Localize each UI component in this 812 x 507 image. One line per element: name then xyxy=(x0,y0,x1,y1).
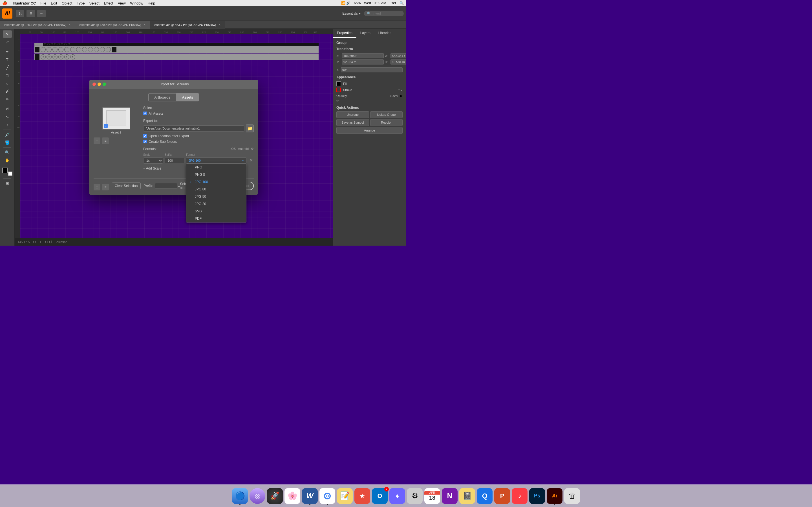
prefix-input[interactable] xyxy=(155,183,177,189)
remove-format-btn[interactable]: ✕ xyxy=(248,158,254,163)
quick-actions-grid-3: Arrange xyxy=(336,127,403,134)
list-view-btn-footer[interactable]: ≡ xyxy=(102,184,109,190)
menu-view[interactable]: View xyxy=(118,1,126,5)
stroke-swatch[interactable] xyxy=(336,88,341,92)
create-subfolders-checkbox[interactable] xyxy=(143,140,147,144)
modal-tab-assets[interactable]: Assets xyxy=(176,93,199,101)
arrange-btn[interactable]: Arrange xyxy=(336,127,403,134)
menu-select[interactable]: Select xyxy=(89,1,99,5)
tool-scale[interactable]: ⤡ xyxy=(3,113,12,121)
modal-minimize-btn[interactable] xyxy=(98,82,101,86)
background-color[interactable] xyxy=(8,172,12,176)
x-label: X: xyxy=(336,54,341,57)
menu-object[interactable]: Object xyxy=(62,1,72,5)
export-to-label: Export to: xyxy=(143,119,254,123)
tool-brush[interactable]: 🖌 xyxy=(3,88,12,95)
scale-select[interactable]: 1x 2x 3x xyxy=(143,158,163,164)
format-option-jpg100[interactable]: ✓ JPG 100 xyxy=(186,178,246,186)
all-assets-checkbox[interactable] xyxy=(143,112,147,115)
modal-close-btn[interactable] xyxy=(93,82,96,86)
tool-rect[interactable]: □ xyxy=(3,72,12,79)
open-location-checkbox[interactable] xyxy=(143,134,147,138)
tool-artboard[interactable]: ⊞ xyxy=(3,180,12,187)
tool-select[interactable]: ↖ xyxy=(3,31,12,38)
tab-layers[interactable]: Layers xyxy=(356,29,374,38)
menu-effect[interactable]: Effect xyxy=(104,1,113,5)
opacity-row: Opacity 100% ▶ xyxy=(336,94,403,98)
tab-close-1[interactable]: ✕ xyxy=(68,23,71,26)
format-option-svg[interactable]: SVG xyxy=(186,208,246,215)
app-name[interactable]: Illustrator CC xyxy=(13,1,36,5)
search-icon[interactable]: 🔍 xyxy=(400,1,404,5)
format-option-jpg50[interactable]: JPG 50 xyxy=(186,193,246,200)
foreground-color[interactable] xyxy=(2,168,8,173)
list-view-btn[interactable]: ≡ xyxy=(102,137,109,144)
grid-view-btn-footer[interactable]: ⊞ xyxy=(94,184,100,190)
tool-pencil[interactable]: ✏ xyxy=(3,96,12,103)
format-option-jpg80[interactable]: JPG 80 xyxy=(186,186,246,193)
doc-tab-1[interactable]: laserfilm.ai* @ 145.17% (RGB/GPU Preview… xyxy=(0,21,75,29)
format-option-jpg20[interactable]: JPG 20 xyxy=(186,200,246,208)
save-as-symbol-btn[interactable]: Save as Symbol xyxy=(336,119,369,126)
toolbar-search[interactable]: 🔍 xyxy=(364,11,404,16)
doc-tab-2[interactable]: laserfilm.ai* @ 138.47% (RGB/GPU Preview… xyxy=(75,21,150,29)
x-input[interactable] xyxy=(342,53,384,58)
menu-edit[interactable]: Edit xyxy=(51,1,57,5)
settings-icon[interactable]: ⚙ xyxy=(251,147,254,151)
format-select-btn[interactable]: JPG 100 ▾ xyxy=(186,158,246,163)
menu-file[interactable]: File xyxy=(40,1,46,5)
fill-swatch[interactable] xyxy=(336,81,341,86)
menu-window[interactable]: Window xyxy=(130,1,143,5)
clear-selection-btn[interactable]: Clear Selection xyxy=(112,182,141,189)
tab-properties[interactable]: Properties xyxy=(333,29,356,38)
suffix-input[interactable] xyxy=(165,158,185,163)
format-option-png[interactable]: PNG xyxy=(186,164,246,171)
main-layout: ↖ ↗ ✒ T ╱ □ ○ 🖌 ✏ ↺ ⤡ ⌇ 💉 🪣 🔍 ✋ ⊞ 80 90 xyxy=(0,29,406,245)
tool-rotate[interactable]: ↺ xyxy=(3,105,12,113)
folder-browse-btn[interactable]: 📁 xyxy=(246,124,254,132)
search-input[interactable] xyxy=(373,11,401,15)
tool-paint-bucket[interactable]: 🪣 xyxy=(3,139,12,146)
asset-item[interactable]: ✓ Asset 2 xyxy=(94,106,139,135)
format-option-pdf[interactable]: PDF xyxy=(186,215,246,222)
isolate-group-btn[interactable]: Isolate Group xyxy=(370,111,403,118)
ungroup-btn[interactable]: Ungroup xyxy=(336,111,369,118)
recolor-btn[interactable]: Recolor xyxy=(370,119,403,126)
tool-zoom[interactable]: 🔍 xyxy=(3,149,12,156)
tool-hand[interactable]: ✋ xyxy=(3,157,12,164)
tab-close-3[interactable]: ✕ xyxy=(218,23,221,26)
modal-maximize-btn[interactable] xyxy=(103,82,106,86)
tab-close-2[interactable]: ✕ xyxy=(144,23,146,26)
tool-text[interactable]: T xyxy=(3,56,12,63)
menu-help[interactable]: Help xyxy=(148,1,155,5)
h-input[interactable] xyxy=(391,59,406,64)
android-label[interactable]: Android xyxy=(238,147,249,151)
ios-label[interactable]: iOS xyxy=(231,147,236,151)
tool-circle[interactable]: ○ xyxy=(3,80,12,87)
view-toggle: ⊞ ≡ xyxy=(94,184,109,190)
toolbar-btn-1[interactable]: St xyxy=(16,10,24,17)
format-option-png8[interactable]: PNG 8 xyxy=(186,171,246,178)
tab-libraries[interactable]: Libraries xyxy=(374,29,395,38)
apple-menu[interactable]: 🍎 xyxy=(2,1,7,5)
grid-view-btn[interactable]: ⊞ xyxy=(94,137,100,144)
export-path-input[interactable] xyxy=(143,125,244,131)
angle-input[interactable] xyxy=(341,67,403,72)
tool-line[interactable]: ╱ xyxy=(3,64,12,71)
modal-tab-artboards[interactable]: Artboards xyxy=(148,93,176,101)
asset-checked-icon[interactable]: ✓ xyxy=(104,124,108,128)
tool-colors[interactable] xyxy=(2,168,12,176)
tools-panel: ↖ ↗ ✒ T ╱ □ ○ 🖌 ✏ ↺ ⤡ ⌇ 💉 🪣 🔍 ✋ ⊞ xyxy=(0,29,15,245)
toolbar-btn-3[interactable]: ✏ xyxy=(37,10,46,17)
tool-pen[interactable]: ✒ xyxy=(3,48,12,55)
opacity-expand-icon[interactable]: ▶ xyxy=(400,94,403,98)
doc-tab-3[interactable]: laserfilm.ai* @ 453.71% (RGB/GPU Preview… xyxy=(150,21,225,29)
menu-type[interactable]: Type xyxy=(77,1,85,5)
essentials-btn[interactable]: Essentials ▾ xyxy=(342,11,361,15)
toolbar-btn-2[interactable]: ⊞ xyxy=(27,10,35,17)
tool-select-plus[interactable]: ↗ xyxy=(3,38,12,46)
tool-warp[interactable]: ⌇ xyxy=(3,121,12,128)
w-input[interactable] xyxy=(391,53,406,58)
y-input[interactable] xyxy=(342,59,384,64)
tool-eyedropper[interactable]: 💉 xyxy=(3,131,12,138)
